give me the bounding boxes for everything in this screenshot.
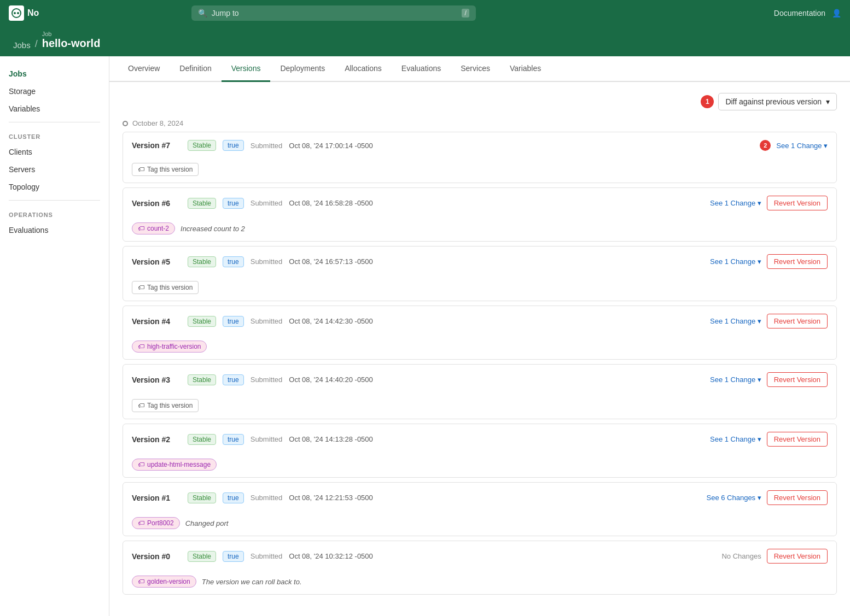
see-changes-link[interactable]: See 1 Change ▾ — [710, 317, 761, 325]
tab-services[interactable]: Services — [451, 56, 500, 82]
operations-section-label: OPERATIONS — [0, 205, 109, 221]
sidebar-item-storage[interactable]: Storage — [0, 83, 109, 100]
tag-label[interactable]: 🏷 Port8002 — [132, 517, 180, 529]
tag-label[interactable]: 🏷 count-2 — [132, 222, 175, 234]
main-layout: Jobs Storage Variables CLUSTER Clients S… — [0, 56, 850, 616]
version-row: Version #7 Stable true Submitted Oct 08,… — [123, 132, 836, 159]
version-row: Version #5 Stable true Submitted Oct 08,… — [123, 247, 836, 277]
tag-version-button[interactable]: 🏷 Tag this version — [132, 163, 199, 176]
sidebar-item-evaluations[interactable]: Evaluations — [0, 221, 109, 239]
tab-deployments[interactable]: Deployments — [270, 56, 335, 82]
version-row: Version #4 Stable true Submitted Oct 08,… — [123, 306, 836, 336]
sidebar-item-variables[interactable]: Variables — [0, 100, 109, 118]
tab-variables[interactable]: Variables — [500, 56, 551, 82]
submitted-label: Submitted — [251, 199, 283, 207]
tab-allocations[interactable]: Allocations — [335, 56, 392, 82]
diff-dropdown[interactable]: Diff against previous version ▾ — [718, 93, 837, 110]
submitted-label: Submitted — [251, 494, 283, 502]
see-changes-link[interactable]: See 1 Change ▾ — [710, 435, 761, 443]
documentation-link[interactable]: Documentation — [774, 9, 825, 17]
version-footer: 🏷 Tag this version — [123, 395, 836, 419]
tag-version-button[interactable]: 🏷 Tag this version — [132, 281, 199, 294]
logo-text: No — [27, 8, 39, 18]
sidebar-item-jobs[interactable]: Jobs — [0, 65, 109, 83]
revert-version-button[interactable]: Revert Version — [767, 490, 828, 505]
tab-definition[interactable]: Definition — [170, 56, 221, 82]
tag-icon: 🏷 — [138, 461, 144, 468]
tag-icon: 🏷 — [138, 225, 144, 232]
tag-label[interactable]: 🏷 golden-version — [132, 576, 196, 588]
version-actions: No ChangesRevert Version — [721, 549, 828, 564]
revert-version-button[interactable]: Revert Version — [767, 432, 828, 447]
version-footer: 🏷 high-traffic-version — [123, 336, 836, 359]
revert-version-button[interactable]: Revert Version — [767, 196, 828, 210]
see-changes-link[interactable]: See 1 Change ▾ — [710, 257, 761, 266]
tag-icon: 🏷 — [138, 343, 144, 350]
tag-label-text: high-traffic-version — [147, 343, 201, 350]
see-changes-link[interactable]: See 6 Changes ▾ — [707, 494, 761, 502]
tag-label[interactable]: 🏷 update-html-message — [132, 459, 217, 471]
tag-icon: 🏷 — [138, 166, 144, 173]
version-number: Version #5 — [132, 257, 181, 266]
stable-badge: Stable — [188, 434, 216, 445]
diff-label: Diff against previous version — [725, 97, 822, 106]
tag-btn-label: Tag this version — [147, 402, 193, 409]
submitted-time: Oct 08, '24 14:40:20 -0500 — [289, 376, 373, 384]
breadcrumb-current: Job hello-world — [42, 31, 101, 50]
breadcrumb-jobs[interactable]: Jobs — [13, 40, 31, 50]
diff-bar: 1 Diff against previous version ▾ — [123, 93, 837, 110]
date-header: October 8, 2024 — [123, 119, 837, 127]
tag-btn-label: Tag this version — [147, 284, 193, 291]
date-circle-icon — [123, 121, 128, 126]
no-changes-label: No Changes — [721, 552, 761, 560]
true-badge: true — [223, 198, 244, 209]
tag-label[interactable]: 🏷 high-traffic-version — [132, 341, 207, 353]
sidebar-item-clients[interactable]: Clients — [0, 143, 109, 161]
tab-versions[interactable]: Versions — [222, 56, 271, 82]
version-actions: See 1 Change ▾Revert Version — [710, 314, 828, 328]
user-icon[interactable]: 👤 — [832, 9, 841, 17]
revert-version-button[interactable]: Revert Version — [767, 372, 828, 387]
jump-to-label: Jump to — [212, 9, 239, 17]
chevron-down-icon: ▾ — [826, 97, 830, 106]
tag-note: The version we can roll back to. — [202, 578, 302, 586]
version-actions: See 6 Changes ▾Revert Version — [707, 490, 828, 505]
tab-overview[interactable]: Overview — [118, 56, 170, 82]
true-badge: true — [223, 256, 244, 267]
jump-to-input[interactable]: 🔍 Jump to / — [191, 5, 476, 21]
sidebar-divider-2 — [9, 200, 100, 201]
breadcrumb-bar: Jobs / Job hello-world — [0, 26, 850, 56]
version-number: Version #6 — [132, 199, 181, 208]
breadcrumb-separator: / — [35, 38, 38, 50]
sidebar: Jobs Storage Variables CLUSTER Clients S… — [0, 56, 109, 616]
tag-label-text: update-html-message — [147, 461, 211, 468]
version-number: Version #2 — [132, 435, 181, 444]
versions-content: 1 Diff against previous version ▾ Octobe… — [109, 82, 850, 610]
tag-icon: 🏷 — [138, 578, 144, 585]
see-changes-link[interactable]: See 1 Change ▾ — [776, 142, 828, 150]
submitted-time: Oct 08, '24 17:00:14 -0500 — [289, 142, 373, 150]
tag-version-button[interactable]: 🏷 Tag this version — [132, 399, 199, 412]
logo[interactable]: No — [9, 5, 39, 21]
revert-version-button[interactable]: Revert Version — [767, 549, 828, 564]
version-card-1: Version #6 Stable true Submitted Oct 08,… — [123, 187, 837, 242]
diff-badge: 1 — [701, 95, 714, 108]
submitted-label: Submitted — [251, 317, 283, 325]
stable-badge: Stable — [188, 316, 216, 327]
tab-evaluations[interactable]: Evaluations — [392, 56, 451, 82]
true-badge: true — [223, 434, 244, 445]
true-badge: true — [223, 316, 244, 327]
see-changes-link[interactable]: See 1 Change ▾ — [710, 376, 761, 384]
see-changes-link[interactable]: See 1 Change ▾ — [710, 199, 761, 207]
tag-icon: 🏷 — [138, 284, 144, 291]
breadcrumb-label: Job — [42, 31, 101, 37]
sidebar-item-servers[interactable]: Servers — [0, 161, 109, 178]
submitted-label: Submitted — [251, 376, 283, 384]
submitted-label: Submitted — [251, 257, 283, 266]
revert-version-button[interactable]: Revert Version — [767, 314, 828, 328]
revert-version-button[interactable]: Revert Version — [767, 254, 828, 269]
version-card-7: Version #0 Stable true Submitted Oct 08,… — [123, 541, 837, 595]
sidebar-item-topology[interactable]: Topology — [0, 178, 109, 196]
version-row: Version #0 Stable true Submitted Oct 08,… — [123, 541, 836, 571]
version-card-3: Version #4 Stable true Submitted Oct 08,… — [123, 306, 837, 360]
